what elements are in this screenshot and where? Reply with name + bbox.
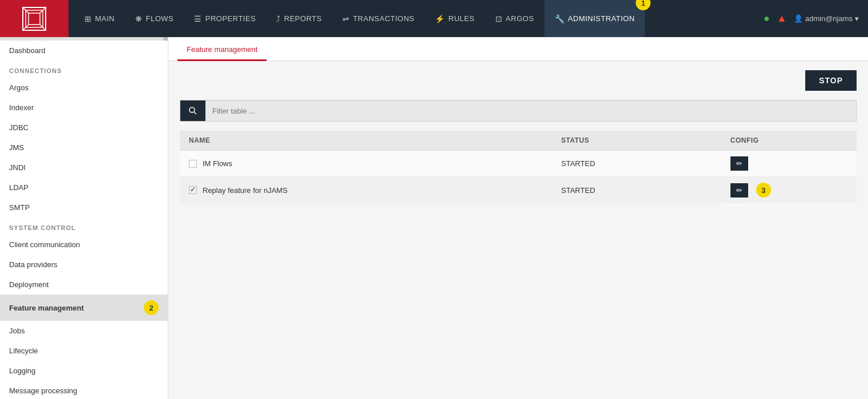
- main-content: Feature management STOP NAME: [168, 37, 868, 399]
- sidebar-item-client-communication[interactable]: Client communication: [0, 235, 168, 255]
- sidebar-item-deployment[interactable]: Deployment: [0, 275, 168, 295]
- nav-flows[interactable]: ❋ FLOWS: [125, 0, 184, 37]
- sidebar-item-jndi[interactable]: JNDI: [0, 158, 168, 178]
- nav-rules[interactable]: ⚡ RULES: [425, 0, 485, 37]
- chevron-down-icon: ▾: [855, 14, 859, 23]
- nav-right: ● ▲ 👤 admin@njams ▾: [764, 13, 868, 25]
- row-config-replay: ✏ 3: [721, 177, 748, 204]
- search-icon: [188, 106, 197, 115]
- nav-properties[interactable]: ☰ PROPERTIES: [184, 0, 266, 37]
- argos-icon: ⊡: [495, 14, 503, 23]
- row-name-cell: IM Flows: [180, 151, 552, 177]
- rules-icon: ⚡: [435, 14, 445, 23]
- sidebar-item-logging[interactable]: Logging: [0, 361, 168, 381]
- sidebar-item-jdbc[interactable]: JDBC: [0, 118, 168, 138]
- nav-main[interactable]: ⊞ MAIN: [74, 0, 125, 37]
- sidebar-item-indexer[interactable]: Indexer: [0, 98, 168, 118]
- filter-bar: [180, 100, 857, 122]
- properties-icon: ☰: [194, 14, 202, 23]
- logo-area: [0, 0, 68, 37]
- feature-table: NAME STATUS CONFIG IM Flows STARTED: [180, 131, 857, 204]
- svg-point-7: [189, 107, 195, 112]
- sidebar-item-jms[interactable]: JMS: [0, 138, 168, 158]
- nav-reports[interactable]: ⤴ REPORTS: [266, 0, 332, 37]
- transactions-icon: ⇌: [342, 14, 350, 23]
- callout-2: 2: [144, 300, 159, 315]
- callout-1: 1: [636, 0, 651, 10]
- config-edit-button-im-flows[interactable]: ✏: [730, 156, 748, 171]
- nav-transactions[interactable]: ⇌ TRANSACTIONS: [332, 0, 425, 37]
- row-name-cell: Replay feature for nJAMS: [180, 177, 552, 204]
- flows-icon: ❋: [135, 14, 143, 23]
- nav-items: ⊞ MAIN ❋ FLOWS ☰ PROPERTIES ⤴ REPORTS ⇌ …: [68, 0, 764, 37]
- sidebar-item-feature-management[interactable]: Feature management 2: [0, 295, 168, 321]
- sidebar-item-lifecycle[interactable]: Lifecycle: [0, 341, 168, 361]
- filter-input[interactable]: [205, 102, 856, 120]
- main-icon: ⊞: [84, 14, 92, 23]
- page-content: STOP NAME STATUS CONFIG: [168, 61, 868, 399]
- table-row: Replay feature for nJAMS STARTED ✏ 3: [180, 177, 857, 204]
- toolbar-row: STOP: [180, 70, 857, 91]
- filter-search-button[interactable]: [180, 100, 205, 121]
- top-navigation: ⊞ MAIN ❋ FLOWS ☰ PROPERTIES ⤴ REPORTS ⇌ …: [0, 0, 868, 37]
- svg-rect-2: [29, 13, 40, 25]
- col-header-status: STATUS: [552, 131, 721, 151]
- app-logo: [20, 5, 49, 33]
- col-header-name: NAME: [180, 131, 552, 151]
- sidebar-item-argos[interactable]: Argos: [0, 78, 168, 98]
- nav-administration[interactable]: 🔧 ADMINISTRATION 1: [544, 0, 645, 37]
- config-edit-button-replay[interactable]: ✏: [730, 183, 748, 198]
- col-header-config: CONFIG: [721, 131, 857, 151]
- content-area: Dashboard CONNECTIONS Argos Indexer JDBC…: [0, 37, 868, 399]
- stop-button[interactable]: STOP: [805, 70, 857, 91]
- row-checkbox-replay[interactable]: [189, 186, 197, 194]
- svg-line-8: [194, 112, 196, 114]
- row-status-im-flows: STARTED: [552, 151, 721, 177]
- row-checkbox-im-flows[interactable]: [189, 160, 197, 168]
- sidebar-scrollbar[interactable]: [163, 37, 168, 41]
- nav-argos[interactable]: ⊡ ARGOS: [485, 0, 544, 37]
- row-config-im-flows: ✏: [721, 151, 857, 177]
- administration-icon: 🔧: [555, 14, 565, 23]
- sidebar: Dashboard CONNECTIONS Argos Indexer JDBC…: [0, 37, 168, 399]
- status-red-icon: ▲: [777, 13, 787, 25]
- sidebar-section-connections: CONNECTIONS: [0, 61, 168, 78]
- sidebar-item-data-providers[interactable]: Data providers: [0, 255, 168, 275]
- tab-bar: Feature management: [168, 37, 868, 61]
- user-menu[interactable]: 👤 admin@njams ▾: [794, 14, 859, 23]
- sidebar-item-dashboard[interactable]: Dashboard: [0, 41, 168, 61]
- reports-icon: ⤴: [276, 14, 281, 23]
- sidebar-item-smtp[interactable]: SMTP: [0, 198, 168, 217]
- tab-feature-management[interactable]: Feature management: [177, 39, 267, 61]
- sidebar-item-message-processing[interactable]: Message processing: [0, 381, 168, 399]
- sidebar-item-ldap[interactable]: LDAP: [0, 178, 168, 198]
- callout-3: 3: [756, 183, 771, 198]
- status-green-icon: ●: [764, 13, 770, 25]
- sidebar-item-jobs[interactable]: Jobs: [0, 321, 168, 341]
- user-icon: 👤: [794, 14, 803, 23]
- table-header-row: NAME STATUS CONFIG: [180, 131, 857, 151]
- row-status-replay: STARTED: [552, 177, 721, 204]
- table-row: IM Flows STARTED ✏: [180, 151, 857, 177]
- sidebar-section-system-control: SYSTEM CONTROL: [0, 217, 168, 235]
